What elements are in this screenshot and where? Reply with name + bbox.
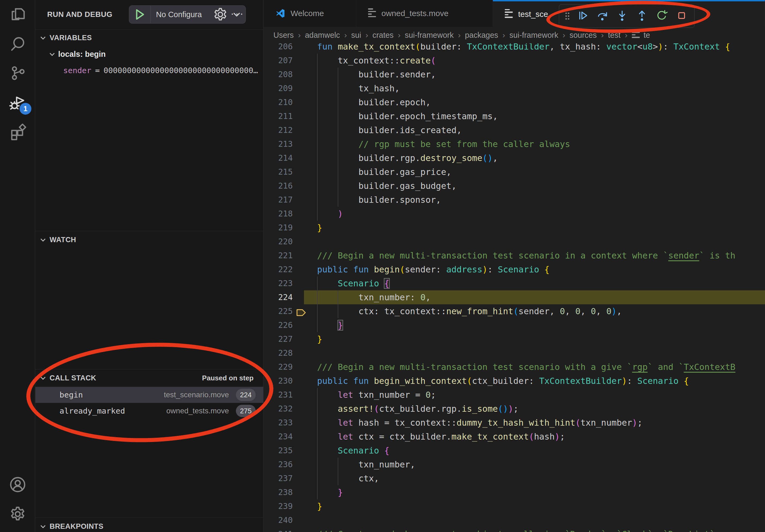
code-line-237[interactable]: 237 ctx, <box>264 471 765 485</box>
code-line-218[interactable]: 218 ) <box>264 207 765 221</box>
line-number: 213 <box>276 137 293 151</box>
code-line-219[interactable]: 219} <box>264 221 765 235</box>
code-line-241[interactable]: 241/// Creates and shares system objects… <box>264 527 765 532</box>
step-over-button[interactable] <box>592 6 612 26</box>
activity-item-source-control[interactable] <box>0 59 35 89</box>
activity-item-run-and-debug[interactable]: 1 <box>0 89 35 118</box>
breadcrumb-item[interactable]: sui-framework <box>405 31 453 40</box>
line-text: fun make_tx_context(builder: TxContextBu… <box>317 43 730 54</box>
line-number: 216 <box>276 179 293 193</box>
code-line-216[interactable]: 216 builder.gas_budget, <box>264 179 765 193</box>
code-line-240[interactable]: 240 <box>264 513 765 527</box>
breadcrumb-file[interactable]: te <box>644 31 650 40</box>
variables-scope-row[interactable]: locals: begin <box>35 46 263 62</box>
breadcrumb-item[interactable]: test <box>608 31 620 40</box>
call-stack-section-header[interactable]: CALL STACK Paused on step <box>35 370 263 386</box>
code-line-220[interactable]: 220 <box>264 235 765 249</box>
line-text: /// Creates and shares system objects, a… <box>317 527 715 532</box>
code-line-231[interactable]: 231 let txn_number = 0; <box>264 388 765 402</box>
code-line-210[interactable]: 210 builder.epoch, <box>264 95 765 109</box>
breadcrumb-item[interactable]: adamwelc <box>305 31 340 40</box>
chevron-down-icon <box>40 35 45 39</box>
call-stack-frame-already_marked[interactable]: already_marked owned_tests.move 275 <box>35 403 263 419</box>
debug-settings-gear-icon[interactable] <box>213 7 228 22</box>
activity-item-extensions[interactable] <box>0 118 35 147</box>
breadcrumb-separator: › <box>344 31 347 40</box>
code-line-217[interactable]: 217 builder.sponsor, <box>264 193 765 207</box>
breadcrumb-separator: › <box>298 31 301 40</box>
code-line-215[interactable]: 215 builder.gas_price, <box>264 165 765 179</box>
code-line-229[interactable]: 229/// Begin a new multi-transaction tes… <box>264 360 765 374</box>
variable-row-sender[interactable]: sender = 0000000000000000000000000000000… <box>63 63 259 78</box>
code-line-209[interactable]: 209 tx_hash, <box>264 82 765 95</box>
code-line-222[interactable]: 222public fun begin(sender: address): Sc… <box>264 263 765 276</box>
breadcrumb-item[interactable]: crates <box>372 31 393 40</box>
line-number: 237 <box>276 471 293 485</box>
code-line-232[interactable]: 232 assert!(ctx_builder.rgp.is_some()); <box>264 402 765 416</box>
step-into-button[interactable] <box>612 6 632 26</box>
code-line-236[interactable]: 236 txn_number, <box>264 457 765 471</box>
more-actions-icon[interactable]: ··· <box>231 8 245 20</box>
code-editor[interactable]: 206fun make_tx_context(builder: TxContex… <box>264 43 765 532</box>
code-line-221[interactable]: 221/// Begin a new multi-transaction tes… <box>264 249 765 263</box>
code-line-213[interactable]: 213 // rgp must be set from the caller a… <box>264 137 765 151</box>
line-number: 220 <box>276 235 293 249</box>
activity-item-account[interactable] <box>0 470 35 500</box>
line-number: 230 <box>276 374 293 388</box>
tab-welcome[interactable]: Welcome <box>264 0 356 27</box>
restart-button[interactable] <box>652 6 672 26</box>
line-number: 207 <box>276 54 293 68</box>
breadcrumb-separator: › <box>601 31 604 40</box>
code-line-225[interactable]: 225 ctx: tx_context::new_from_hint(sende… <box>264 304 765 318</box>
code-line-208[interactable]: 208 builder.sender, <box>264 68 765 82</box>
stop-button[interactable] <box>672 6 692 26</box>
restart-icon <box>656 9 668 23</box>
line-number: 224 <box>276 290 293 304</box>
breadcrumb-separator: › <box>502 31 505 40</box>
code-line-233[interactable]: 233 let hash = tx_context::dummy_tx_hash… <box>264 416 765 430</box>
code-line-228[interactable]: 228 <box>264 346 765 360</box>
stop-icon <box>675 9 688 23</box>
breadcrumb-item[interactable]: sources <box>570 31 597 40</box>
code-line-206[interactable]: 206fun make_tx_context(builder: TxContex… <box>264 43 765 54</box>
breadcrumb-item[interactable]: packages <box>465 31 498 40</box>
call-stack-frame-begin[interactable]: begin test_scenario.move 224 <box>35 387 263 403</box>
line-number: 239 <box>276 499 293 513</box>
line-text: assert!(ctx_builder.rgp.is_some()); <box>317 402 518 416</box>
breadcrumb-item[interactable]: sui-framework <box>509 31 558 40</box>
launch-configuration-group[interactable]: No Configura <box>129 5 246 24</box>
start-debugging-button[interactable] <box>129 6 151 23</box>
code-line-207[interactable]: 207 tx_context::create( <box>264 54 765 68</box>
line-text: } <box>317 221 322 235</box>
code-line-224[interactable]: 224 txn_number: 0, <box>264 290 765 304</box>
variables-section-header[interactable]: VARIABLES <box>35 30 263 46</box>
line-text: ctx: tx_context::new_from_hint(sender, 0… <box>317 304 622 318</box>
code-line-230[interactable]: 230public fun begin_with_context(ctx_bui… <box>264 374 765 388</box>
breadcrumb-item[interactable]: sui <box>351 31 361 40</box>
toolbar-gripper-icon[interactable] <box>562 10 572 22</box>
code-line-223[interactable]: 223 Scenario { <box>264 276 765 290</box>
breadcrumb-item[interactable]: Users <box>274 31 294 40</box>
breadcrumb[interactable]: Users›adamwelc›sui›crates›sui-framework›… <box>264 27 765 43</box>
breakpoints-section-header[interactable]: BREAKPOINTS <box>35 519 263 532</box>
code-line-212[interactable]: 212 builder.ids_created, <box>264 123 765 137</box>
line-text: let txn_number = 0; <box>317 388 436 402</box>
code-line-227[interactable]: 227} <box>264 332 765 346</box>
code-line-234[interactable]: 234 let ctx = ctx_builder.make_tx_contex… <box>264 430 765 443</box>
code-line-214[interactable]: 214 builder.rgp.destroy_some(), <box>264 151 765 165</box>
line-text: let ctx = ctx_builder.make_tx_context(ha… <box>317 430 565 443</box>
watch-section-header[interactable]: WATCH <box>35 232 263 247</box>
search-icon <box>9 35 26 53</box>
divider <box>35 369 263 370</box>
code-line-238[interactable]: 238 } <box>264 485 765 499</box>
activity-item-explorer[interactable] <box>0 0 35 30</box>
code-line-226[interactable]: 226 } <box>264 318 765 332</box>
code-line-211[interactable]: 211 builder.epoch_timestamp_ms, <box>264 109 765 123</box>
code-line-235[interactable]: 235 Scenario { <box>264 443 765 457</box>
step-out-button[interactable] <box>632 6 652 26</box>
activity-item-search[interactable] <box>0 30 35 59</box>
code-line-239[interactable]: 239} <box>264 499 765 513</box>
activity-item-settings[interactable] <box>0 500 35 529</box>
tab-owned-tests-move[interactable]: owned_tests.move <box>356 0 493 27</box>
continue-button[interactable] <box>572 6 592 26</box>
